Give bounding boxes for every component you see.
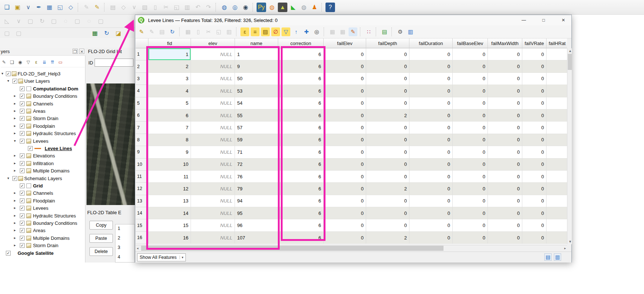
cell-failBaseElev[interactable]: 0: [453, 48, 488, 60]
cell-failBaseElev[interactable]: 0: [453, 122, 488, 134]
layer-checkbox[interactable]: ✓: [20, 168, 25, 173]
layer-checkbox[interactable]: ✓: [20, 228, 25, 233]
cell-failMaxWidth[interactable]: 0: [488, 122, 522, 134]
cell-failVRate[interactable]: 0: [522, 232, 547, 244]
cell-failHRat[interactable]: 0: [547, 60, 567, 72]
expand-icon[interactable]: ▸: [14, 101, 16, 105]
cell-failElev[interactable]: 0: [324, 183, 366, 195]
cell-failElev[interactable]: 0: [324, 97, 366, 109]
cell-failVRate[interactable]: 0: [522, 60, 547, 72]
layer-item-grid[interactable]: ✓Grid: [0, 182, 85, 190]
cell-failDuration[interactable]: 0: [409, 73, 453, 85]
cell-failDepth[interactable]: 0: [366, 195, 409, 207]
layer-item-storm-drain[interactable]: ▸✓Storm Drain: [0, 115, 85, 122]
select-by-expression-icon[interactable]: ε: [240, 27, 249, 36]
cell-failDepth[interactable]: 0: [366, 73, 409, 85]
collapse-icon[interactable]: ▾: [1, 71, 3, 75]
column-header-failElev[interactable]: failElev: [324, 38, 366, 48]
polygon-grid-icon[interactable]: ◇: [66, 3, 76, 12]
cell-failVRate[interactable]: 0: [522, 183, 547, 195]
cell-failHRat[interactable]: 0: [547, 134, 567, 146]
layer-item-multiple-domains[interactable]: ▸✓Multiple Domains: [0, 235, 85, 242]
cell-failDepth[interactable]: 0: [366, 97, 409, 109]
close-panel-icon[interactable]: ✕: [79, 49, 84, 54]
green-hill-sun-icon[interactable]: ◣: [288, 3, 298, 12]
collapse-all-icon[interactable]: ⇈: [49, 59, 56, 66]
cell-failMaxWidth[interactable]: 0: [488, 195, 522, 207]
layer-item-channels[interactable]: ▸✓Channels: [0, 190, 85, 197]
collapse-icon[interactable]: ▾: [7, 79, 9, 83]
paste-button[interactable]: Paste: [89, 234, 113, 243]
layer-item-levees[interactable]: ▸✓Levees: [0, 205, 85, 212]
cell-failBaseElev[interactable]: 0: [453, 195, 488, 207]
layer-checkbox[interactable]: ✓: [20, 153, 25, 158]
layer-item-computational-dom[interactable]: ✓Computational Dom: [0, 85, 85, 93]
cell-failBaseElev[interactable]: 0: [453, 207, 488, 219]
cell-failDepth[interactable]: 2: [366, 109, 409, 122]
cell-failHRat[interactable]: 0: [547, 146, 567, 158]
expand-icon[interactable]: ▸: [14, 124, 16, 128]
expand-icon[interactable]: ▸: [14, 168, 16, 172]
cell-failElev[interactable]: 0: [324, 232, 366, 244]
layer-item-levee-lines[interactable]: ✓Levee Lines: [0, 145, 85, 152]
cell-failElev[interactable]: 0: [324, 219, 366, 231]
column-header-failVRate[interactable]: failVRate: [522, 38, 547, 48]
cell-failDepth[interactable]: 0: [366, 207, 409, 219]
cell-failDepth[interactable]: 0: [366, 219, 409, 231]
cell-failBaseElev[interactable]: 0: [453, 134, 488, 146]
form-view-icon[interactable]: ▥: [406, 27, 415, 36]
expand-icon[interactable]: ▸: [14, 191, 16, 195]
layer-checkbox[interactable]: ✓: [20, 183, 25, 188]
cell-failBaseElev[interactable]: 0: [453, 85, 488, 97]
cell-failHRat[interactable]: 0: [547, 159, 567, 171]
cell-failBaseElev[interactable]: 0: [453, 183, 488, 195]
cell-failHRat[interactable]: 0: [547, 109, 567, 122]
cell-failDepth[interactable]: 2: [366, 183, 409, 195]
profile-person-icon[interactable]: ♟: [310, 3, 319, 12]
cell-failMaxWidth[interactable]: 0: [488, 219, 522, 231]
cell-failMaxWidth[interactable]: 0: [488, 134, 522, 146]
cell-failMaxWidth[interactable]: 0: [488, 97, 522, 109]
expand-icon[interactable]: ▸: [14, 236, 16, 240]
layer-item-boundary-conditions[interactable]: ▸✓Boundary Conditions: [0, 93, 85, 100]
expression-filter-icon[interactable]: ε: [33, 59, 40, 66]
cell-failElev[interactable]: 0: [324, 122, 366, 134]
layer-checkbox[interactable]: ✓: [20, 221, 25, 226]
cell-failBaseElev[interactable]: 0: [453, 171, 488, 183]
layer-item-levees[interactable]: ▾✓Levees: [0, 138, 85, 145]
expand-icon[interactable]: ▸: [14, 131, 16, 135]
cell-failBaseElev[interactable]: 0: [453, 109, 488, 122]
expand-all-icon[interactable]: ⇊: [41, 59, 48, 66]
column-header-failBaseElev[interactable]: failBaseElev: [453, 38, 488, 48]
cell-failMaxWidth[interactable]: 0: [488, 60, 522, 72]
layer-checkbox[interactable]: ✓: [20, 206, 25, 211]
cell-failElev[interactable]: 0: [324, 134, 366, 146]
float-panel-icon[interactable]: ❐: [73, 49, 78, 54]
cell-failDuration[interactable]: 0: [409, 207, 453, 219]
cell-failElev[interactable]: 0: [324, 159, 366, 171]
conditional-format-icon[interactable]: ∷: [364, 27, 373, 36]
cell-failMaxWidth[interactable]: 0: [488, 109, 522, 122]
vector-nodes-icon[interactable]: ∨: [23, 3, 33, 12]
remove-layer-icon[interactable]: ▭: [57, 59, 64, 66]
layer-item-schematic-layers[interactable]: ▾✓Schematic Layers: [0, 175, 85, 182]
cell-failBaseElev[interactable]: 0: [453, 97, 488, 109]
add-group-icon[interactable]: ❑: [9, 59, 15, 66]
filter-form-icon[interactable]: ▽: [281, 27, 290, 36]
column-header-failMaxWidth[interactable]: failMaxWidth: [488, 38, 522, 48]
cell-failBaseElev[interactable]: 0: [453, 232, 488, 244]
open-project-box-icon[interactable]: ▣: [13, 3, 22, 12]
feather-digitize-icon[interactable]: ✒: [34, 3, 44, 12]
collapse-icon[interactable]: ▾: [7, 176, 9, 180]
layer-checkbox[interactable]: ✓: [12, 176, 17, 181]
collapse-icon[interactable]: ▾: [14, 139, 16, 143]
layer-checkbox[interactable]: ✓: [20, 94, 25, 98]
layer-checkbox[interactable]: ✓: [20, 116, 25, 121]
cell-failHRat[interactable]: 0: [547, 122, 567, 134]
cell-failElev[interactable]: 0: [324, 73, 366, 85]
layer-checkbox[interactable]: ✓: [20, 124, 25, 129]
help-book-icon[interactable]: ?: [325, 3, 335, 12]
cell-failHRat[interactable]: 0: [547, 73, 567, 85]
cell-failElev[interactable]: 0: [324, 48, 366, 60]
reload-table-icon[interactable]: ↻: [168, 27, 177, 36]
